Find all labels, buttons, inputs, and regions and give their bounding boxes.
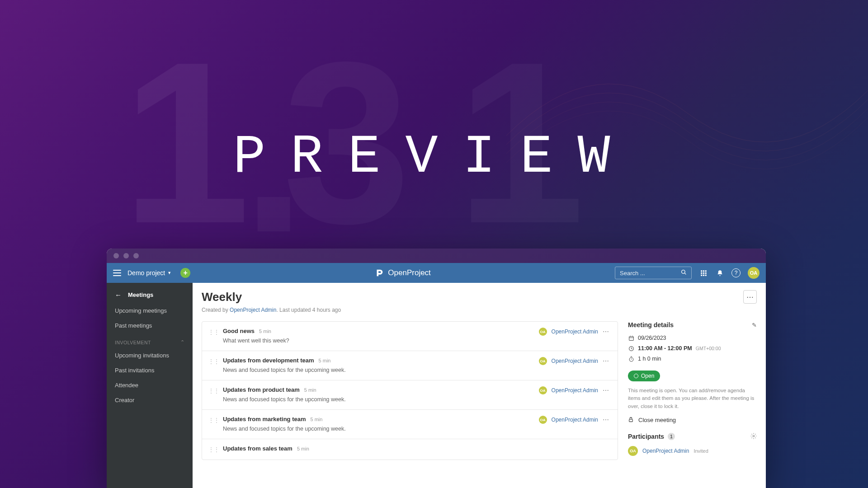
- project-selector[interactable]: Demo project ▼: [127, 269, 171, 277]
- svg-line-1: [684, 273, 686, 274]
- chevron-up-icon: ⌃: [180, 339, 185, 345]
- page-more-button[interactable]: ⋯: [743, 290, 757, 304]
- participant-avatar: OA: [628, 446, 638, 456]
- item-more-icon[interactable]: ⋯: [603, 357, 609, 365]
- sidebar-item-past-invitations[interactable]: Past invitations: [107, 363, 193, 378]
- sidebar-item-past-meetings[interactable]: Past meetings: [107, 318, 193, 333]
- agenda-title: Good news: [223, 328, 255, 334]
- agenda-description: News and focused topics for the upcoming…: [223, 367, 539, 373]
- section-label: INVOLVEMENT: [115, 340, 151, 345]
- gear-icon[interactable]: [750, 433, 757, 441]
- clock-icon: [628, 346, 634, 352]
- agenda-description: What went well this week?: [223, 338, 539, 344]
- author-avatar: OA: [539, 416, 547, 424]
- author-link[interactable]: OpenProject Admin: [552, 358, 598, 364]
- participant-name[interactable]: OpenProject Admin: [642, 448, 689, 454]
- svg-point-16: [629, 357, 633, 361]
- drag-handle-icon[interactable]: ⋮⋮: [208, 329, 219, 335]
- meeting-details: Meeting details ✎ 09/26/2023 11:00 AM: [628, 321, 757, 460]
- agenda-title: Updates from product team: [223, 386, 300, 393]
- menu-icon[interactable]: [113, 270, 121, 276]
- participant-row[interactable]: OA OpenProject Admin Invited: [628, 446, 757, 456]
- agenda-title: Updates from marketing team: [223, 416, 306, 422]
- notifications-icon[interactable]: [715, 268, 724, 277]
- meeting-date: 09/26/2023: [638, 335, 666, 341]
- timezone: GMT+00:00: [696, 346, 721, 351]
- search-placeholder: Search ...: [620, 270, 681, 277]
- svg-rect-11: [629, 336, 633, 340]
- agenda-item[interactable]: ⋮⋮ Updates from development team 5 min N…: [202, 351, 618, 380]
- back-arrow-icon: ←: [115, 291, 122, 299]
- sidebar-section-involvement[interactable]: INVOLVEMENT ⌃: [107, 333, 193, 348]
- search-icon: [681, 269, 687, 277]
- agenda-description: News and focused topics for the upcoming…: [223, 396, 539, 403]
- svg-rect-10: [705, 274, 706, 276]
- help-icon[interactable]: ?: [731, 268, 741, 277]
- agenda-duration: 5 min: [304, 387, 316, 393]
- sidebar-title: Meetings: [128, 291, 153, 298]
- close-meeting-button[interactable]: Close meeting: [628, 417, 757, 424]
- agenda-item[interactable]: ⋮⋮ Updates from marketing team 5 min New…: [202, 410, 618, 439]
- svg-rect-3: [703, 270, 704, 272]
- caret-down-icon: ▼: [167, 271, 171, 275]
- sidebar-item-upcoming-meetings[interactable]: Upcoming meetings: [107, 303, 193, 318]
- item-more-icon[interactable]: ⋯: [603, 416, 609, 423]
- agenda-list: ⋮⋮ Good news 5 min What went well this w…: [202, 321, 618, 460]
- svg-rect-6: [703, 272, 704, 273]
- traffic-light-max[interactable]: [133, 253, 139, 258]
- item-more-icon[interactable]: ⋯: [603, 387, 609, 394]
- bg-version-digit-1: 1: [122, 27, 241, 258]
- sidebar-item-attendee[interactable]: Attendee: [107, 378, 193, 393]
- agenda-item[interactable]: ⋮⋮ Updates from sales team 5 min: [202, 439, 618, 460]
- agenda-duration: 5 min: [319, 358, 331, 363]
- agenda-item[interactable]: ⋮⋮ Good news 5 min What went well this w…: [202, 322, 618, 351]
- stopwatch-icon: [628, 356, 634, 362]
- agenda-title: Updates from development team: [223, 357, 314, 364]
- drag-handle-icon[interactable]: ⋮⋮: [208, 417, 219, 423]
- item-more-icon[interactable]: ⋯: [603, 328, 609, 335]
- svg-rect-4: [705, 270, 706, 272]
- author-link[interactable]: OpenProject Admin: [552, 417, 598, 423]
- svg-point-20: [753, 435, 755, 437]
- svg-rect-8: [701, 274, 702, 276]
- author-avatar: OA: [539, 328, 547, 336]
- svg-point-0: [682, 270, 685, 274]
- meeting-duration: 1 h 0 min: [638, 356, 661, 362]
- brand-name: OpenProject: [388, 268, 431, 277]
- svg-rect-5: [701, 272, 702, 273]
- browser-window: Demo project ▼ + OpenProject Search ...: [107, 249, 766, 488]
- add-button[interactable]: +: [180, 268, 190, 278]
- participants-count: 1: [668, 433, 675, 440]
- drag-handle-icon[interactable]: ⋮⋮: [208, 446, 219, 453]
- drag-handle-icon[interactable]: ⋮⋮: [208, 358, 219, 365]
- details-heading: Meeting details: [628, 321, 674, 328]
- svg-rect-9: [703, 274, 704, 276]
- author-avatar: OA: [539, 386, 547, 394]
- agenda-item[interactable]: ⋮⋮ Updates from product team 5 min News …: [202, 380, 618, 410]
- traffic-light-close[interactable]: [113, 253, 119, 258]
- traffic-light-min[interactable]: [123, 253, 129, 258]
- user-avatar[interactable]: OA: [748, 267, 760, 279]
- author-link[interactable]: OpenProject Admin: [552, 328, 598, 335]
- decorative-waves: [506, 0, 868, 226]
- agenda-description: News and focused topics for the upcoming…: [223, 426, 539, 432]
- svg-rect-2: [701, 270, 702, 272]
- page-title: Weekly: [202, 290, 242, 304]
- status-badge: Open: [628, 371, 660, 381]
- drag-handle-icon[interactable]: ⋮⋮: [208, 388, 219, 394]
- search-input[interactable]: Search ...: [615, 267, 692, 279]
- author-avatar: OA: [539, 357, 547, 365]
- modules-icon[interactable]: [699, 268, 708, 277]
- openproject-logo-icon: [374, 268, 384, 278]
- page-meta: Created by OpenProject Admin. Last updat…: [202, 307, 757, 313]
- created-by-link[interactable]: OpenProject Admin: [230, 307, 276, 313]
- edit-icon[interactable]: ✎: [752, 322, 757, 328]
- agenda-duration: 5 min: [297, 446, 309, 451]
- sidebar-item-creator[interactable]: Creator: [107, 393, 193, 408]
- agenda-duration: 5 min: [311, 417, 323, 422]
- sidebar-item-upcoming-invitations[interactable]: Upcoming invitations: [107, 348, 193, 363]
- author-link[interactable]: OpenProject Admin: [552, 387, 598, 394]
- browser-chrome: [107, 249, 766, 263]
- sidebar: ← Meetings Upcoming meetings Past meetin…: [107, 283, 193, 488]
- sidebar-header[interactable]: ← Meetings: [107, 286, 193, 303]
